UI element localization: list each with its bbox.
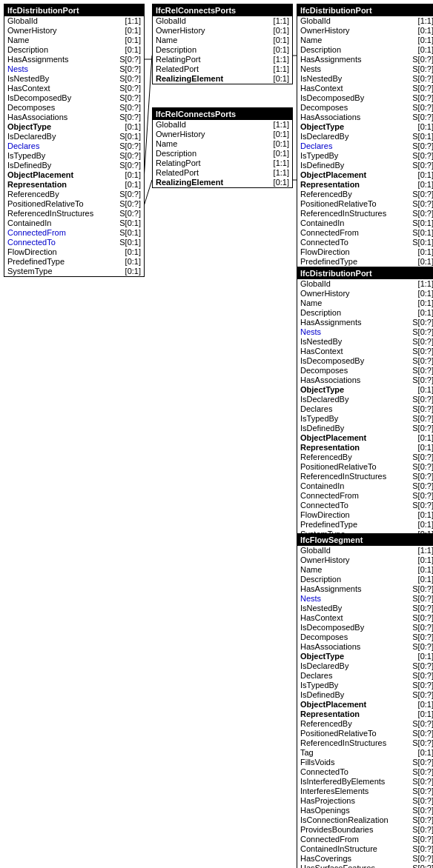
uml-row: HasContextS[0:?] <box>297 84 433 93</box>
uml-row: HasAssociationsS[0:?] <box>4 113 144 122</box>
uml-row: ReferencedByS[0:?] <box>297 453 433 462</box>
attr-card: S[0:?] <box>119 64 141 74</box>
uml-box-box5: IfcDistributionPortGlobalId[1:1]OwnerHis… <box>297 267 433 540</box>
attr-name: IsDefinedBy <box>300 690 344 700</box>
attr-card: [0:1] <box>418 748 433 758</box>
uml-row: ConnectedFromS[0:?] <box>297 491 433 501</box>
attr-name: IsConnectionRealization <box>300 815 389 825</box>
uml-row: IsTypedByS[0:?] <box>4 151 144 161</box>
uml-row: ReferencedByS[0:?] <box>4 190 144 199</box>
attr-card: [0:1] <box>125 180 141 190</box>
uml-row: DeclaresS[0:?] <box>297 404 433 414</box>
attr-card: S[0:?] <box>119 141 141 151</box>
uml-row: ConnectedFromS[0:?] <box>297 835 433 844</box>
attr-card: S[0:?] <box>412 613 433 623</box>
attr-card: S[0:?] <box>119 74 141 84</box>
attr-card: [0:1] <box>418 385 433 395</box>
attr-card: [0:1] <box>418 289 433 298</box>
attr-name: IsDecomposedBy <box>7 93 71 103</box>
attr-card: S[0:?] <box>412 366 433 375</box>
attr-name: ReferencedInStructures <box>300 738 386 748</box>
uml-row: PositionedRelativeToS[0:?] <box>297 199 433 209</box>
attr-name: ReferencedInStructures <box>7 209 93 218</box>
uml-row: ObjectType[0:1] <box>297 122 433 132</box>
attr-card: [0:1] <box>125 26 141 36</box>
attr-card: [0:1] <box>274 139 289 149</box>
attr-name: OwnerHistory <box>156 130 205 139</box>
attr-name: ConnectedFrom <box>300 228 359 238</box>
attr-name: Declares <box>7 141 39 151</box>
attr-card: [0:1] <box>418 510 433 520</box>
attr-name: Name <box>156 139 177 149</box>
uml-row: ReferencedInStructuresS[0:?] <box>297 472 433 481</box>
attr-name: IsTypedBy <box>300 414 338 424</box>
uml-row: PredefinedType[0:1] <box>297 257 433 267</box>
attr-name: Nests <box>300 327 321 337</box>
uml-header-box4: IfcDistributionPort <box>297 4 433 16</box>
attr-name: Nests <box>7 64 28 74</box>
attr-name: HasContext <box>7 84 50 93</box>
attr-card: S[0:?] <box>412 864 433 868</box>
attr-card: S[0:?] <box>412 623 433 632</box>
uml-row: IsDefinedByS[0:?] <box>297 690 433 700</box>
uml-header-box5: IfcDistributionPort <box>297 267 433 279</box>
attr-card: [1:1] <box>274 55 289 64</box>
uml-row: ConnectedToS[0:?] <box>297 501 433 510</box>
attr-card: S[0:?] <box>412 806 433 815</box>
attr-card: S[0:?] <box>412 767 433 777</box>
attr-name: ContainedInStructure <box>300 844 377 854</box>
uml-row: Name[0:1] <box>153 36 292 45</box>
attr-name: ObjectType <box>300 122 344 132</box>
attr-name: ObjectPlacement <box>7 170 73 180</box>
uml-row: FlowDirection[0:1] <box>297 510 433 520</box>
attr-card: [0:1] <box>418 122 433 132</box>
uml-row: IsConnectionRealizationS[0:?] <box>297 815 433 825</box>
attr-card: S[0:?] <box>412 472 433 481</box>
attr-card: S[0:?] <box>412 414 433 424</box>
uml-row: IsTypedByS[0:?] <box>297 414 433 424</box>
attr-name: IsNestedBy <box>300 74 342 84</box>
uml-row: HasAssignmentsS[0:?] <box>297 318 433 327</box>
attr-card: [1:1] <box>274 168 289 178</box>
attr-card: S[0:?] <box>412 491 433 501</box>
attr-name: ReferencedBy <box>300 453 352 462</box>
uml-row: ProvidesBoundariesS[0:?] <box>297 825 433 835</box>
uml-box-box1: IfcDistributionPortGlobalId[1:1]OwnerHis… <box>4 4 145 277</box>
attr-card: S[0:?] <box>119 84 141 93</box>
uml-box-box4: IfcDistributionPortGlobalId[1:1]OwnerHis… <box>297 4 433 277</box>
attr-name: IsTypedBy <box>300 681 338 690</box>
uml-row: IsDeclaredByS[0:?] <box>297 395 433 404</box>
attr-name: ReferencedBy <box>300 190 352 199</box>
attr-name: IsInterferedByElements <box>300 777 385 787</box>
uml-row: GlobalId[1:1] <box>297 279 433 289</box>
attr-name: PredefinedType <box>7 257 65 267</box>
uml-row: IsDecomposedByS[0:?] <box>4 93 144 103</box>
attr-name: HasAssociations <box>7 113 67 122</box>
attr-name: IsDecomposedBy <box>300 356 364 366</box>
attr-name: HasAssignments <box>300 55 362 64</box>
uml-row: ReferencedInStructuresS[0:?] <box>297 738 433 748</box>
attr-name: ConnectedFrom <box>300 491 359 501</box>
attr-name: RelatedPort <box>156 64 199 74</box>
uml-row: HasAssociationsS[0:?] <box>297 113 433 122</box>
attr-name: IsTypedBy <box>7 151 45 161</box>
attr-name: HasAssociations <box>300 642 360 652</box>
attr-name: ReferencedInStructures <box>300 472 386 481</box>
attr-name: InterferesElements <box>300 787 368 796</box>
attr-card: S[0:?] <box>412 64 433 74</box>
attr-name: IsDefinedBy <box>300 161 344 170</box>
attr-card: [0:1] <box>125 170 141 180</box>
attr-name: RealizingElement <box>156 178 223 187</box>
attr-card: [1:1] <box>418 16 433 26</box>
attr-name: ConnectedFrom <box>7 228 66 238</box>
attr-card: S[0:?] <box>412 690 433 700</box>
attr-card: [0:1] <box>418 257 433 267</box>
attr-card: [0:1] <box>125 247 141 257</box>
uml-body-box3: GlobalId[1:1]OwnerHistory[0:1]Name[0:1]D… <box>153 120 292 187</box>
uml-row: DeclaresS[0:?] <box>4 141 144 151</box>
attr-name: HasOpenings <box>300 806 350 815</box>
attr-card: S[0:?] <box>412 55 433 64</box>
attr-name: OwnerHistory <box>300 26 350 36</box>
uml-row: HasOpeningsS[0:?] <box>297 806 433 815</box>
attr-card: S[0:1] <box>412 238 433 247</box>
